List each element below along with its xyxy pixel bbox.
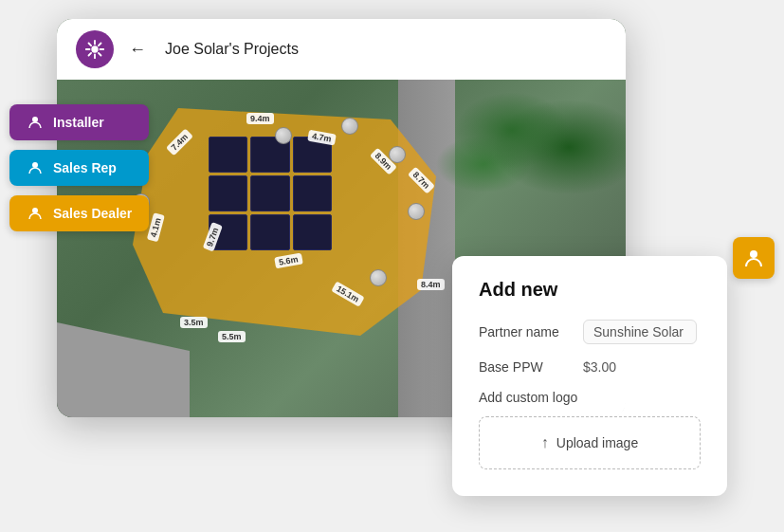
app-logo [76,30,114,68]
base-ppw-field: Base PPW $3.00 [479,359,701,375]
svg-line-5 [89,44,92,46]
floating-person-button[interactable] [733,237,775,279]
svg-line-8 [99,44,101,46]
measure-label: 3.5m [180,317,208,328]
person-icon [27,114,44,131]
obstacle-cylinder [408,203,425,220]
role-buttons-panel: Installer Sales Rep Sales Dealer [9,104,149,231]
person-icon [27,205,44,222]
solar-panel [293,175,332,211]
add-new-card: Add new Partner name Sunshine Solar Base… [452,256,727,496]
upload-text: Upload image [556,435,638,450]
person-icon [27,159,44,176]
svg-point-9 [32,117,38,122]
measure-label: 5.5m [218,331,246,342]
sales-dealer-button[interactable]: Sales Dealer [9,195,149,231]
sales-rep-label: Sales Rep [53,160,117,175]
obstacle-cylinder [370,269,387,286]
header-bar: ← Joe Solar's Projects [57,19,626,80]
base-ppw-value[interactable]: $3.00 [583,359,616,375]
solar-panel [209,175,247,211]
sales-rep-button[interactable]: Sales Rep [9,150,149,186]
upload-icon: ↑ [541,434,549,451]
partner-name-field: Partner name Sunshine Solar [479,320,701,344]
svg-line-7 [89,53,92,56]
add-custom-logo-label: Add custom logo [479,390,701,405]
partner-name-label: Partner name [479,324,583,339]
measure-label: 8.4m [417,279,445,290]
svg-line-6 [99,53,101,56]
back-arrow-icon[interactable]: ← [129,40,146,60]
partner-name-value[interactable]: Sunshine Solar [583,320,697,344]
svg-point-12 [750,250,757,258]
upload-area[interactable]: ↑ Upload image [479,416,701,469]
svg-point-10 [32,162,38,168]
gray-roof [57,322,190,417]
base-ppw-label: Base PPW [479,359,583,375]
page-title: Joe Solar's Projects [165,41,299,58]
solar-panel [293,214,332,250]
svg-point-0 [91,46,98,52]
card-title: Add new [479,279,701,301]
solar-panel [250,175,289,211]
obstacle-cylinder [275,127,292,144]
svg-point-11 [32,208,38,213]
installer-label: Installer [53,115,104,130]
person-icon [743,248,764,268]
solar-panel [209,137,247,173]
sales-dealer-label: Sales Dealer [53,206,132,221]
solar-panel [250,214,289,250]
installer-button[interactable]: Installer [9,104,149,140]
solar-panel-grid [209,137,332,250]
obstacle-cylinder [341,118,358,135]
measure-label: 9.4m [246,113,274,124]
